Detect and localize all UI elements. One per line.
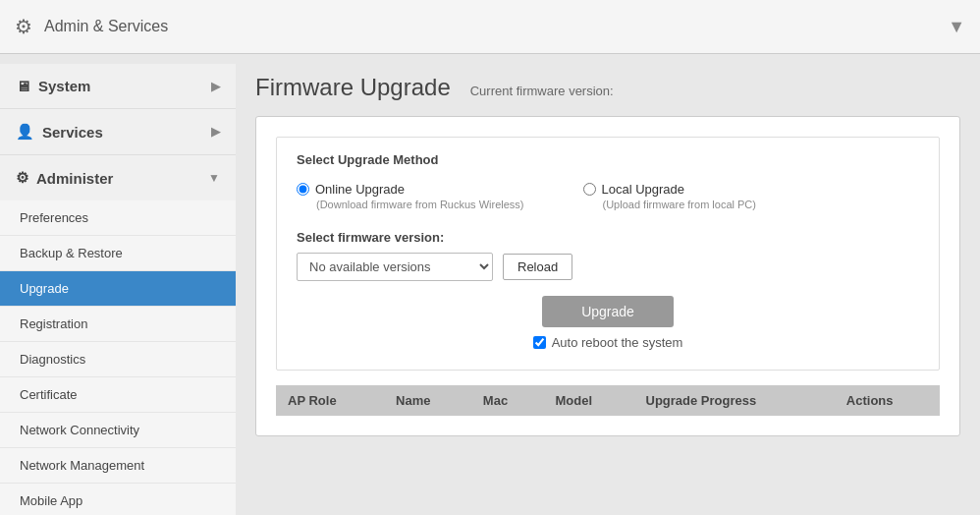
sidebar-item-registration[interactable]: Registration (0, 307, 236, 342)
local-upgrade-sub: (Upload firmware from local PC) (583, 199, 756, 210)
sidebar-services-arrow: ▶ (211, 125, 220, 139)
gear-icon: ⚙ (15, 15, 32, 38)
col-mac: Mac (471, 385, 544, 416)
local-upgrade-text: Local Upgrade (602, 182, 685, 197)
select-firmware-row: Select firmware version: No available ve… (297, 230, 919, 281)
sidebar-administer-label: Administer (36, 170, 113, 187)
ap-table: AP RoleNameMacModelUpgrade ProgressActio… (276, 385, 940, 416)
sidebar-administer-arrow: ▼ (208, 171, 220, 185)
main-content: Firmware Upgrade Current firmware versio… (236, 64, 980, 505)
current-version-label: Current firmware version: (470, 84, 614, 98)
sidebar-section-system: 🖥 System ▶ (0, 64, 236, 109)
sidebar-item-administer[interactable]: ⚙ Administer ▼ (0, 155, 236, 200)
online-upgrade-option: Online Upgrade (Download firmware from R… (297, 182, 524, 210)
sidebar-left-system: 🖥 System (16, 78, 90, 94)
sidebar-item-network-management[interactable]: Network Management (0, 448, 236, 484)
main-layout: 🖥 System ▶ 👤 Services ▶ ⚙ Administer (0, 54, 980, 505)
online-upgrade-sub: (Download firmware from Ruckus Wireless) (297, 199, 524, 210)
sidebar-item-certificate[interactable]: Certificate (0, 377, 236, 413)
sidebar-system-arrow: ▶ (211, 80, 220, 93)
sidebar-services-label: Services (42, 124, 103, 141)
monitor-icon: 🖥 (16, 78, 30, 94)
services-icon: 👤 (16, 123, 34, 141)
sidebar-section-administer: ⚙ Administer ▼ PreferencesBackup & Resto… (0, 155, 236, 515)
select-upgrade-method-title: Select Upgrade Method (297, 152, 919, 167)
col-name: Name (384, 385, 471, 416)
auto-reboot-row: Auto reboot the system (533, 335, 683, 350)
page-title: Firmware Upgrade (255, 74, 451, 101)
page-title-area: Firmware Upgrade Current firmware versio… (255, 64, 960, 116)
sidebar-section-services: 👤 Services ▶ (0, 109, 236, 155)
radio-group: Online Upgrade (Download firmware from R… (297, 182, 919, 210)
online-upgrade-text: Online Upgrade (315, 182, 405, 197)
reload-button[interactable]: Reload (503, 254, 572, 280)
local-upgrade-label[interactable]: Local Upgrade (583, 182, 756, 197)
ap-table-header-row: AP RoleNameMacModelUpgrade ProgressActio… (276, 385, 940, 416)
app-title: Admin & Services (44, 18, 168, 35)
sidebar-item-mobile-app[interactable]: Mobile App (0, 484, 236, 515)
col-actions: Actions (835, 385, 940, 416)
auto-reboot-label: Auto reboot the system (552, 335, 683, 350)
sidebar-item-network-connectivity[interactable]: Network Connectivity (0, 413, 236, 448)
sidebar-sub-items-administer: PreferencesBackup & RestoreUpgradeRegist… (0, 200, 236, 515)
sidebar-left-services: 👤 Services (16, 123, 103, 141)
sidebar-item-backup-restore[interactable]: Backup & Restore (0, 236, 236, 271)
administer-icon: ⚙ (16, 169, 28, 187)
sidebar-item-services[interactable]: 👤 Services ▶ (0, 109, 236, 154)
ap-table-head: AP RoleNameMacModelUpgrade ProgressActio… (276, 385, 940, 416)
upgrade-btn-row: Upgrade Auto reboot the system (297, 296, 919, 350)
col-upgrade-progress: Upgrade Progress (634, 385, 835, 416)
topbar-dropdown-arrow[interactable]: ▼ (948, 17, 965, 37)
upgrade-card: Select Upgrade Method Online Upgrade (Do… (255, 116, 960, 436)
top-bar-left: ⚙ Admin & Services (15, 15, 168, 38)
sidebar-item-diagnostics[interactable]: Diagnostics (0, 342, 236, 377)
online-upgrade-label[interactable]: Online Upgrade (297, 182, 524, 197)
sidebar-left-administer: ⚙ Administer (16, 169, 113, 187)
sidebar-system-label: System (38, 78, 90, 94)
firmware-version-select[interactable]: No available versions (297, 253, 493, 281)
sidebar: 🖥 System ▶ 👤 Services ▶ ⚙ Administer (0, 64, 236, 505)
auto-reboot-checkbox[interactable] (533, 336, 546, 349)
select-firmware-label: Select firmware version: (297, 230, 919, 245)
upgrade-method-section: Select Upgrade Method Online Upgrade (Do… (276, 137, 940, 371)
local-upgrade-radio[interactable] (583, 183, 596, 196)
top-bar: ⚙ Admin & Services ▼ (0, 0, 980, 54)
online-upgrade-radio[interactable] (297, 183, 309, 196)
select-firmware-controls: No available versions Reload (297, 253, 919, 281)
upgrade-button[interactable]: Upgrade (542, 296, 674, 327)
sidebar-item-preferences[interactable]: Preferences (0, 200, 236, 236)
col-model: Model (544, 385, 634, 416)
sidebar-item-upgrade[interactable]: Upgrade (0, 271, 236, 307)
col-ap-role: AP Role (276, 385, 384, 416)
local-upgrade-option: Local Upgrade (Upload firmware from loca… (583, 182, 756, 210)
sidebar-item-system[interactable]: 🖥 System ▶ (0, 64, 236, 108)
